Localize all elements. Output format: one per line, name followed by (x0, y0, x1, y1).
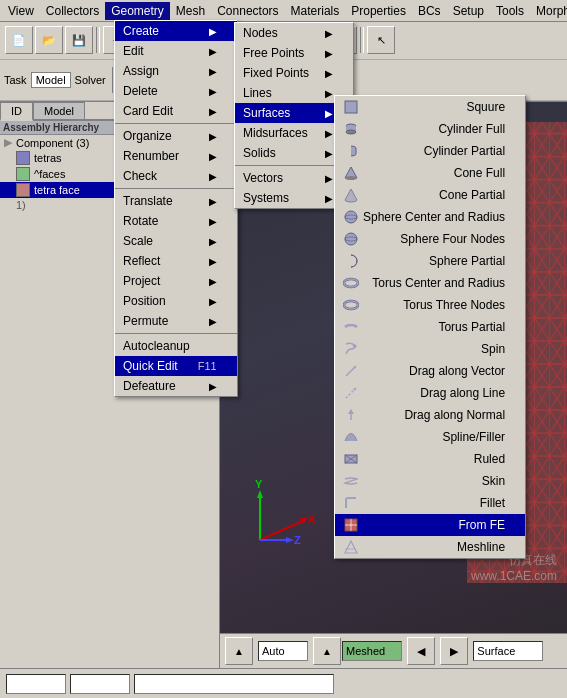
create-vectors-arrow: ▶ (325, 173, 333, 184)
menu-scale-arrow: ▶ (209, 236, 217, 247)
btn-down-arrow[interactable]: ▲ (313, 637, 341, 665)
model-tab[interactable]: Model (31, 72, 71, 88)
menu-renumber[interactable]: Renumber ▶ (115, 146, 237, 166)
menu-delete[interactable]: Delete ▶ (115, 81, 237, 101)
menu-edit-label: Edit (123, 44, 144, 58)
surf-cyl-full[interactable]: Cylinder Full (335, 118, 525, 140)
tetra-face-icon (16, 183, 30, 197)
btn-up-arrow[interactable]: ▲ (225, 637, 253, 665)
menu-project[interactable]: Project ▶ (115, 271, 237, 291)
menu-morph[interactable]: Morph (530, 2, 567, 20)
surf-ruled[interactable]: Ruled (335, 448, 525, 470)
menu-defeature[interactable]: Defeature ▶ (115, 376, 237, 396)
canvas-btn-2[interactable]: ▲ (312, 636, 342, 666)
svg-point-19 (345, 233, 357, 245)
svg-point-14 (346, 130, 356, 134)
menu-card-edit[interactable]: Card Edit ▶ (115, 101, 237, 121)
menu-scale[interactable]: Scale ▶ (115, 231, 237, 251)
btn-left[interactable]: ◀ (407, 637, 435, 665)
canvas-nav: ◀ ▶ (406, 636, 469, 666)
menu-reflect[interactable]: Reflect ▶ (115, 251, 237, 271)
surf-sphere-four[interactable]: Sphere Four Nodes (335, 228, 525, 250)
menu-quick-edit-label: Quick Edit (123, 359, 178, 373)
menu-collectors[interactable]: Collectors (40, 2, 105, 20)
surf-skin-label: Skin (482, 474, 505, 488)
menu-position[interactable]: Position ▶ (115, 291, 237, 311)
menu-edit-arrow: ▶ (209, 46, 217, 57)
svg-marker-9 (286, 537, 294, 543)
auto-field[interactable]: Auto (258, 641, 308, 661)
menu-rotate[interactable]: Rotate ▶ (115, 211, 237, 231)
surf-drag-normal-label: Drag along Normal (404, 408, 505, 422)
tab-model[interactable]: Model (33, 102, 85, 119)
surf-cone-full-label: Cone Full (454, 166, 505, 180)
menu-properties[interactable]: Properties (345, 2, 412, 20)
toolbar-sep-1 (96, 27, 100, 53)
tetra-face-label: tetra face (34, 184, 80, 196)
menu-edit[interactable]: Edit ▶ (115, 41, 237, 61)
watermark-url: www.1CAE.com (471, 569, 557, 583)
create-lines-label: Lines (243, 86, 272, 100)
menu-bcs[interactable]: BCs (412, 2, 447, 20)
surf-fromfe[interactable]: From FE (335, 514, 525, 536)
create-fixed-points[interactable]: Fixed Points ▶ (235, 63, 353, 83)
menu-materials[interactable]: Materials (285, 2, 346, 20)
status-field-1 (6, 674, 66, 694)
surf-torus-three[interactable]: Torus Three Nodes (335, 294, 525, 316)
menu-connectors[interactable]: Connectors (211, 2, 284, 20)
svg-marker-30 (348, 409, 354, 414)
menu-view[interactable]: View (2, 2, 40, 20)
create-free-points[interactable]: Free Points ▶ (235, 43, 353, 63)
surf-skin[interactable]: Skin (335, 470, 525, 492)
menu-assign[interactable]: Assign ▶ (115, 61, 237, 81)
surf-cone-partial-icon (343, 187, 359, 203)
tab-id[interactable]: ID (0, 102, 33, 121)
surf-torus-partial-label: Torus Partial (438, 320, 505, 334)
menu-autocleanup[interactable]: Autocleanup (115, 336, 237, 356)
create-systems-arrow: ▶ (325, 193, 333, 204)
toolbar-btn-new[interactable]: 📄 (5, 26, 33, 54)
menu-check[interactable]: Check ▶ (115, 166, 237, 186)
surf-square-icon (343, 99, 359, 115)
surf-meshline[interactable]: Meshline (335, 536, 525, 558)
surf-sphere-partial[interactable]: Sphere Partial (335, 250, 525, 272)
menu-translate[interactable]: Translate ▶ (115, 191, 237, 211)
surf-fillet[interactable]: Fillet (335, 492, 525, 514)
toolbar-btn-open[interactable]: 📂 (35, 26, 63, 54)
solver-tab[interactable]: Solver (75, 74, 106, 86)
canvas-btn-1[interactable]: ▲ (224, 636, 254, 666)
toolbar-btn-cursor[interactable]: ↖ (367, 26, 395, 54)
menu-position-arrow: ▶ (209, 296, 217, 307)
surf-square[interactable]: Squure (335, 96, 525, 118)
surf-cyl-partial[interactable]: Cylinder Partial (335, 140, 525, 162)
surf-drag-normal[interactable]: Drag along Normal (335, 404, 525, 426)
create-nodes[interactable]: Nodes ▶ (235, 23, 353, 43)
menu-tools[interactable]: Tools (490, 2, 530, 20)
surf-cone-full[interactable]: Cone Full (335, 162, 525, 184)
surf-torus-partial[interactable]: Torus Partial (335, 316, 525, 338)
surf-ruled-label: Ruled (474, 452, 505, 466)
surf-cyl-full-label: Cylinder Full (438, 122, 505, 136)
surf-torus-cr[interactable]: Torus Center and Radius (335, 272, 525, 294)
component-label: Component (3) (16, 137, 89, 149)
surf-cone-partial[interactable]: Cone Partial (335, 184, 525, 206)
menu-organize[interactable]: Organize ▶ (115, 126, 237, 146)
surf-spline[interactable]: Spline/Filler (335, 426, 525, 448)
status-field-2 (70, 674, 130, 694)
surf-sphere-cr[interactable]: Sphere Center and Radius (335, 206, 525, 228)
surf-sphere-cr-label: Sphere Center and Radius (363, 210, 505, 224)
menu-check-arrow: ▶ (209, 171, 217, 182)
menu-quick-edit[interactable]: Quick Edit F11 (115, 356, 237, 376)
surf-drag-line[interactable]: Drag along Line (335, 382, 525, 404)
btn-right[interactable]: ▶ (440, 637, 468, 665)
surf-drag-vector-label: Drag along Vector (409, 364, 505, 378)
menu-permute[interactable]: Permute ▶ (115, 311, 237, 331)
menu-geometry[interactable]: Geometry (105, 2, 170, 20)
toolbar-btn-save[interactable]: 💾 (65, 26, 93, 54)
surf-drag-vector[interactable]: Drag along Vector (335, 360, 525, 382)
menu-create[interactable]: Create ▶ (115, 21, 237, 41)
menu-mesh[interactable]: Mesh (170, 2, 211, 20)
geometry-dropdown: Create ▶ Edit ▶ Assign ▶ Delete ▶ Card E… (114, 20, 238, 397)
surf-spin[interactable]: Spin (335, 338, 525, 360)
menu-setup[interactable]: Setup (447, 2, 490, 20)
